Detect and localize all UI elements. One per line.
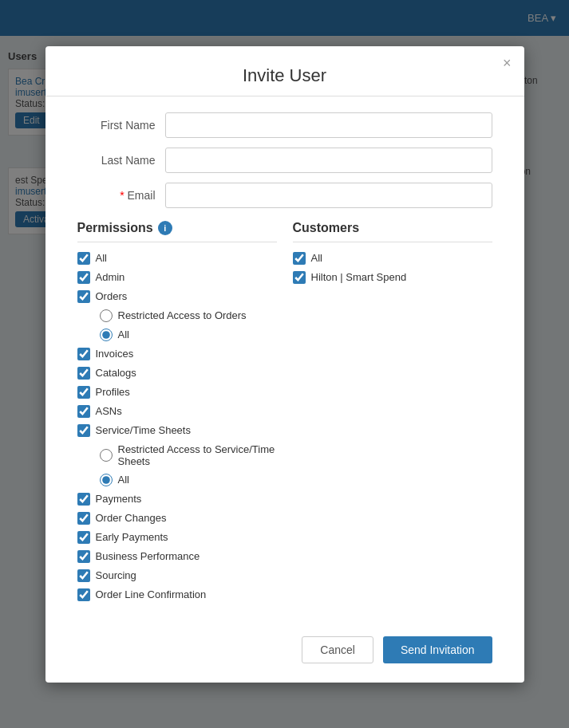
perm-early-payments-checkbox[interactable]: [77, 531, 90, 544]
service-all-radio[interactable]: [100, 474, 113, 486]
perm-order-line-checkbox[interactable]: [77, 588, 90, 601]
perm-sourcing-checkbox[interactable]: [77, 569, 90, 582]
perm-asns-checkbox[interactable]: [77, 405, 90, 418]
perm-order-changes-label[interactable]: Order Changes: [96, 512, 167, 524]
modal-overlay: Invite User × First Name Last Name Email: [0, 0, 569, 728]
perm-admin: Admin: [77, 271, 277, 284]
cust-all: All: [293, 252, 492, 265]
perm-order-line: Order Line Confirmation: [77, 588, 277, 601]
perm-asns-label[interactable]: ASNs: [96, 405, 122, 417]
perm-profiles: Profiles: [77, 386, 277, 399]
perm-orders-label[interactable]: Orders: [96, 290, 128, 302]
service-all-label[interactable]: All: [118, 474, 129, 486]
perm-payments: Payments: [77, 493, 277, 506]
orders-all-radio[interactable]: [100, 329, 113, 341]
perm-payments-checkbox[interactable]: [77, 493, 90, 506]
permissions-title: Permissions i: [77, 221, 277, 242]
perm-invoices-label[interactable]: Invoices: [96, 348, 134, 360]
perm-service-restricted: Restricted Access to Service/Time Sheets: [100, 443, 277, 467]
email-label: Email: [77, 189, 165, 202]
last-name-group: Last Name: [77, 148, 492, 173]
perm-orders-restricted: Restricted Access to Orders: [100, 309, 277, 322]
orders-restricted-radio[interactable]: [100, 309, 113, 322]
perm-order-changes: Order Changes: [77, 512, 277, 525]
modal-footer: Cancel Send Invitation: [45, 624, 524, 683]
perm-invoices-checkbox[interactable]: [77, 348, 90, 360]
first-name-input[interactable]: [165, 112, 492, 138]
perm-profiles-checkbox[interactable]: [77, 386, 90, 399]
permissions-info-icon[interactable]: i: [158, 221, 172, 235]
email-group: Email: [77, 183, 492, 208]
perm-business-perf-checkbox[interactable]: [77, 550, 90, 563]
perm-admin-label[interactable]: Admin: [96, 271, 125, 283]
first-name-label: First Name: [77, 119, 165, 132]
perm-business-perf-label[interactable]: Business Performance: [96, 550, 200, 562]
perm-business-performance: Business Performance: [77, 550, 277, 563]
customers-column: Customers All Hilton | Smart Spend: [293, 221, 492, 608]
cust-hilton-label[interactable]: Hilton | Smart Spend: [311, 271, 407, 283]
first-name-group: First Name: [77, 112, 492, 138]
perm-service-all: All: [100, 474, 277, 486]
perm-sourcing: Sourcing: [77, 569, 277, 582]
perm-service-label[interactable]: Service/Time Sheets: [96, 424, 191, 436]
perm-payments-label[interactable]: Payments: [96, 493, 142, 505]
perm-catalogs-label[interactable]: Catalogs: [96, 367, 136, 379]
last-name-input[interactable]: [165, 148, 492, 173]
invite-user-modal: Invite User × First Name Last Name Email: [45, 46, 524, 683]
send-invitation-button[interactable]: Send Invitation: [383, 636, 492, 663]
permissions-customers-section: Permissions i All Admin: [77, 221, 492, 608]
perm-service-time: Service/Time Sheets: [77, 424, 277, 437]
modal-title: Invite User: [65, 65, 505, 86]
cust-all-label[interactable]: All: [311, 252, 322, 264]
perm-early-payments-label[interactable]: Early Payments: [96, 531, 168, 543]
perm-sourcing-label[interactable]: Sourcing: [96, 569, 136, 581]
service-restricted-radio[interactable]: [100, 449, 113, 462]
orders-restricted-label[interactable]: Restricted Access to Orders: [118, 309, 247, 321]
perm-order-changes-checkbox[interactable]: [77, 512, 90, 525]
perm-profiles-label[interactable]: Profiles: [96, 386, 130, 398]
last-name-label: Last Name: [77, 154, 165, 167]
cust-hilton-checkbox[interactable]: [293, 271, 306, 284]
permissions-column: Permissions i All Admin: [77, 221, 277, 608]
customers-title: Customers: [293, 221, 492, 242]
perm-catalogs: Catalogs: [77, 367, 277, 380]
perm-orders: Orders: [77, 290, 277, 303]
perm-all: All: [77, 252, 277, 265]
perm-asns: ASNs: [77, 405, 277, 418]
service-restricted-label[interactable]: Restricted Access to Service/Time Sheets: [118, 443, 277, 467]
email-input[interactable]: [165, 183, 492, 208]
perm-order-line-label[interactable]: Order Line Confirmation: [96, 588, 207, 600]
perm-early-payments: Early Payments: [77, 531, 277, 544]
modal-header: Invite User ×: [45, 46, 524, 96]
perm-all-label[interactable]: All: [96, 252, 107, 264]
cust-all-checkbox[interactable]: [293, 252, 306, 265]
cancel-button[interactable]: Cancel: [302, 636, 373, 663]
perm-orders-all: All: [100, 329, 277, 341]
perm-catalogs-checkbox[interactable]: [77, 367, 90, 380]
perm-all-checkbox[interactable]: [77, 252, 90, 265]
modal-body: First Name Last Name Email Permissions: [45, 96, 524, 624]
modal-close-button[interactable]: ×: [503, 56, 512, 70]
perm-service-checkbox[interactable]: [77, 424, 90, 437]
perm-invoices: Invoices: [77, 348, 277, 360]
perm-admin-checkbox[interactable]: [77, 271, 90, 284]
perm-orders-checkbox[interactable]: [77, 290, 90, 303]
orders-all-label[interactable]: All: [118, 329, 129, 340]
cust-hilton: Hilton | Smart Spend: [293, 271, 492, 284]
